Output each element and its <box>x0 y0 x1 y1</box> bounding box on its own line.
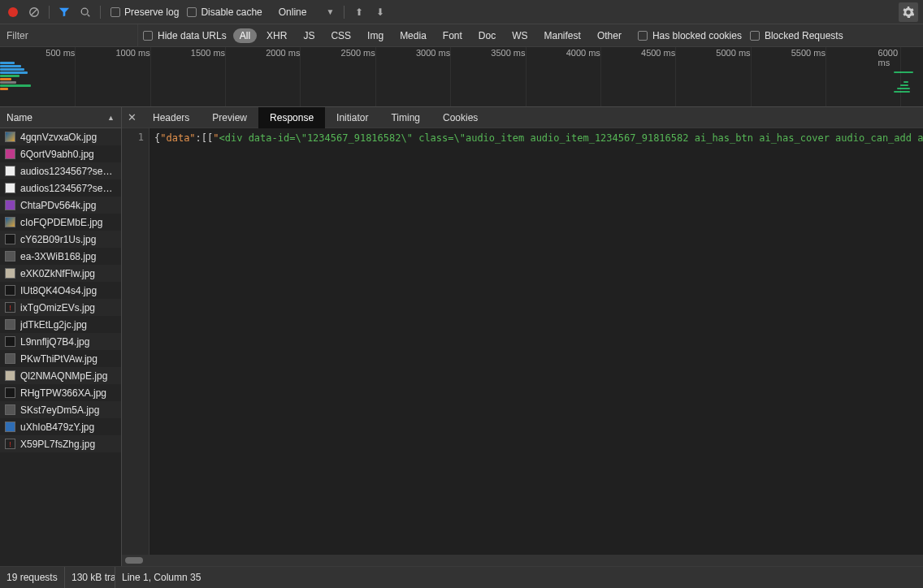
request-row[interactable]: eXK0ZkNfFlw.jpg <box>0 265 121 282</box>
response-code[interactable]: {"data":[["<div data-id=\"1234567_918165… <box>150 128 923 555</box>
main-panel: Name ▲ 4gqnVzvxaOk.jpg6QortV9abh0.jpgaud… <box>0 107 923 567</box>
timeline-gridline <box>225 47 226 106</box>
type-filter-doc[interactable]: Doc <box>472 28 502 43</box>
download-icon[interactable]: ⬇ <box>372 4 388 20</box>
request-row[interactable]: !ixTgOmizEVs.jpg <box>0 299 121 316</box>
timeline-tick-label: 5500 ms <box>791 48 826 58</box>
hide-data-urls-label: Hide data URLs <box>158 30 227 41</box>
file-icon <box>5 370 15 381</box>
filter-input[interactable] <box>0 24 138 46</box>
separator <box>344 6 344 19</box>
timeline-overview[interactable]: 500 ms1000 ms1500 ms2000 ms2500 ms3000 m… <box>0 47 923 107</box>
tab-cookies[interactable]: Cookies <box>431 107 489 128</box>
tab-headers[interactable]: Headers <box>141 107 201 128</box>
request-name: SKst7eyDm5A.jpg <box>20 404 99 416</box>
status-bar: 19 requests 130 kB tran Line 1, Column 3… <box>0 567 923 588</box>
timeline-tick-label: 2000 ms <box>266 48 300 58</box>
type-filter-xhr[interactable]: XHR <box>260 28 293 43</box>
request-row[interactable]: RHgTPW366XA.jpg <box>0 384 121 401</box>
disable-cache-checkbox[interactable]: Disable cache <box>187 6 262 18</box>
tab-timing[interactable]: Timing <box>379 107 431 128</box>
network-toolbar: Preserve log Disable cache Online ▼ ⬆ ⬇ <box>0 0 923 24</box>
svg-point-2 <box>81 8 88 15</box>
svg-line-1 <box>32 9 37 15</box>
type-filter-js[interactable]: JS <box>297 28 321 43</box>
response-body: 1 {"data":[["<div data-id=\"1234567_9181… <box>122 128 923 555</box>
tab-response[interactable]: Response <box>258 107 325 128</box>
request-row[interactable]: audios1234567?secti... <box>0 162 121 179</box>
preserve-log-checkbox[interactable]: Preserve log <box>110 6 179 18</box>
request-row[interactable]: 6QortV9abh0.jpg <box>0 145 121 162</box>
request-name: X59PL7fsZhg.jpg <box>20 439 95 450</box>
request-row[interactable]: L9nnfljQ7B4.jpg <box>0 333 121 350</box>
file-icon <box>5 285 15 296</box>
scrollbar-thumb[interactable] <box>125 557 143 564</box>
tab-preview[interactable]: Preview <box>201 107 258 128</box>
tab-initiator[interactable]: Initiator <box>325 107 379 128</box>
file-icon <box>5 217 15 227</box>
request-name: PKwThiPtVAw.jpg <box>20 353 98 365</box>
request-row[interactable]: !X59PL7fsZhg.jpg <box>0 435 121 452</box>
file-icon <box>5 149 15 159</box>
waterfall-left <box>0 62 34 91</box>
code-token: <div data-id=\"1234567_91816582\" class=… <box>219 132 923 144</box>
close-icon[interactable]: ✕ <box>122 107 141 128</box>
timeline-gridline <box>375 47 376 106</box>
type-filter-manifest[interactable]: Manifest <box>538 28 587 43</box>
search-icon[interactable] <box>77 4 93 20</box>
filter-icon[interactable] <box>56 4 72 20</box>
file-icon <box>5 387 15 398</box>
request-name: ea-3XWiB168.jpg <box>20 251 96 262</box>
type-filter-ws[interactable]: WS <box>505 28 534 43</box>
type-filter-other[interactable]: Other <box>591 28 628 43</box>
settings-icon[interactable] <box>899 2 918 22</box>
request-row[interactable]: ea-3XWiB168.jpg <box>0 248 121 265</box>
request-row[interactable]: uXhIoB479zY.jpg <box>0 418 121 435</box>
horizontal-scrollbar[interactable] <box>122 555 923 566</box>
file-icon <box>5 200 15 210</box>
request-row[interactable]: IUt8QK4O4s4.jpg <box>0 282 121 299</box>
timeline-gridline <box>751 47 752 106</box>
status-position: Line 1, Column 35 <box>115 567 207 588</box>
file-icon <box>5 336 15 347</box>
throttling-value: Online <box>279 6 307 18</box>
separator <box>100 6 101 19</box>
request-row[interactable]: cIoFQPDEMbE.jpg <box>0 214 121 231</box>
request-row[interactable]: PKwThiPtVAw.jpg <box>0 350 121 367</box>
request-row[interactable]: audios1234567?secti... <box>0 179 121 197</box>
clear-icon[interactable] <box>26 4 42 20</box>
request-row[interactable]: jdTkEtLg2jc.jpg <box>0 316 121 333</box>
request-row[interactable]: SKst7eyDm5A.jpg <box>0 401 121 418</box>
hide-data-urls-checkbox[interactable]: Hide data URLs <box>143 30 227 41</box>
has-blocked-cookies-checkbox[interactable]: Has blocked cookies <box>638 30 742 41</box>
request-row[interactable]: Ql2NMAQNMpE.jpg <box>0 367 121 384</box>
type-filter-media[interactable]: Media <box>393 28 433 43</box>
request-name: 6QortV9abh0.jpg <box>20 149 94 160</box>
throttling-select[interactable]: Online ▼ <box>272 6 338 19</box>
blocked-requests-checkbox[interactable]: Blocked Requests <box>750 30 843 41</box>
type-filter-img[interactable]: Img <box>361 28 390 43</box>
status-requests: 19 requests <box>0 567 65 588</box>
request-row[interactable]: 4gqnVzvxaOk.jpg <box>0 128 121 145</box>
request-list: Name ▲ 4gqnVzvxaOk.jpg6QortV9abh0.jpgaud… <box>0 107 122 566</box>
request-name: audios1234567?secti... <box>20 166 116 177</box>
request-name: jdTkEtLg2jc.jpg <box>20 319 87 331</box>
file-icon <box>5 234 15 244</box>
record-button[interactable] <box>5 4 21 20</box>
timeline-gridline <box>826 47 826 106</box>
type-filter-css[interactable]: CSS <box>324 28 358 43</box>
timeline-tick-label: 2500 ms <box>341 48 375 58</box>
sort-arrow-icon: ▲ <box>107 114 115 122</box>
file-icon <box>5 166 15 176</box>
type-filter-all[interactable]: All <box>233 28 257 43</box>
file-icon: ! <box>5 302 15 313</box>
request-row[interactable]: ChtaPDv564k.jpg <box>0 197 121 214</box>
upload-icon[interactable]: ⬆ <box>351 4 367 20</box>
request-name: ixTgOmizEVs.jpg <box>20 302 95 313</box>
type-filter-font[interactable]: Font <box>436 28 469 43</box>
list-header-name[interactable]: Name ▲ <box>0 107 121 128</box>
request-name: eXK0ZkNfFlw.jpg <box>20 268 95 279</box>
request-row[interactable]: cY62B09r1Us.jpg <box>0 231 121 248</box>
timeline-tick-label: 6000 ms <box>878 48 901 67</box>
request-name: cIoFQPDEMbE.jpg <box>20 217 102 228</box>
